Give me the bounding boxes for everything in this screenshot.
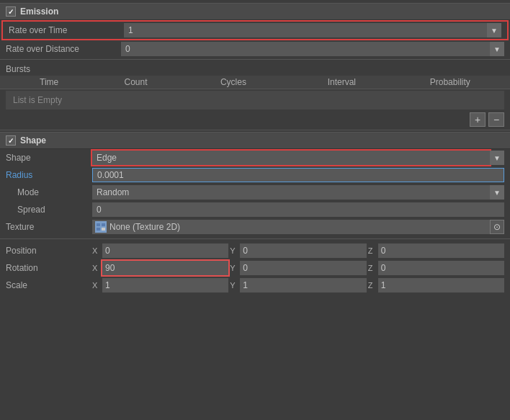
rate-over-time-label: Rate over Time [9,25,124,35]
dropdown-arrow-icon2: ▼ [493,45,501,53]
rate-over-distance-dropdown-arrow[interactable]: ▼ [490,42,504,56]
dropdown-arrow-icon: ▼ [491,27,498,35]
rotation-x-letter: X [92,264,101,272]
emission-header[interactable]: ✓ Emission [0,3,510,20]
rate-over-time-dropdown-arrow[interactable]: ▼ [487,23,501,37]
shape-check-icon: ✓ [8,137,14,145]
svg-rect-1 [97,223,100,226]
shape-checkbox[interactable]: ✓ [6,135,16,146]
texture-row: Texture None (Texture 2D) ⊙ [0,218,510,236]
bursts-col-interval: Interval [287,77,395,87]
position-label: Position [6,246,92,256]
bursts-remove-button[interactable]: − [488,112,504,127]
mode-dropdown-wrapper: ▼ [92,185,504,200]
bursts-buttons: + − [0,111,510,128]
rotation-y-input[interactable] [240,261,366,275]
bursts-empty-list: List is Empty [6,91,504,110]
radius-label: Radius [6,170,92,180]
bursts-col-probability: Probability [396,77,504,87]
rate-over-distance-row: Rate over Distance ▼ [0,40,510,58]
rate-over-distance-label: Rate over Distance [6,44,121,54]
position-x-letter: X [92,246,101,255]
svg-rect-4 [102,228,105,231]
position-y-letter: Y [230,246,238,255]
bursts-label: Bursts [0,61,510,76]
rate-over-time-slider[interactable] [153,23,487,37]
shape-label: Shape [6,153,92,163]
target-icon-symbol: ⊙ [493,222,501,232]
scale-y-letter: Y [230,281,238,290]
scale-x-input[interactable] [102,278,228,292]
scale-row: Scale X Y Z [0,277,510,294]
mode-label: Mode [6,187,92,197]
shape-input[interactable] [92,151,490,165]
position-xyz-group: X Y Z [92,243,504,258]
radius-row: Radius [0,166,510,184]
shape-header[interactable]: ✓ Shape [0,132,510,149]
rotation-row: Rotation X Y Z [0,259,510,277]
scale-label: Scale [6,280,92,290]
rate-over-time-row: Rate over Time ▼ [3,22,507,39]
particle-system-panel: ✓ Emission Rate over Time ▼ Rate over Di… [0,0,510,297]
rotation-label: Rotation [6,263,92,273]
scale-z-input[interactable] [378,278,504,292]
scale-xyz-group: X Y Z [92,278,504,292]
rate-over-distance-slider[interactable] [150,42,490,56]
shape-title: Shape [20,135,46,146]
position-z-input[interactable] [378,243,504,258]
divider3 [0,238,510,239]
bursts-col-count: Count [92,77,179,87]
mode-input[interactable] [92,185,490,200]
mode-arrow-icon: ▼ [493,189,501,197]
svg-rect-3 [97,228,100,231]
texture-value-wrapper: None (Texture 2D) [92,220,490,234]
radius-input[interactable] [92,168,504,182]
bursts-col-cycles: Cycles [179,77,287,87]
bursts-table-header: Time Count Cycles Interval Probability [0,76,510,89]
mode-row: Mode ▼ [0,184,510,201]
spread-label: Spread [6,205,92,215]
bursts-col-time: Time [6,77,92,87]
shape-dropdown-arrow[interactable]: ▼ [490,151,504,165]
position-x-input[interactable] [102,243,228,258]
shape-row: Shape ▼ [0,149,510,166]
texture-icon [95,221,107,233]
texture-label: Texture [6,222,92,232]
rotation-z-input[interactable] [378,261,504,275]
shape-arrow-icon: ▼ [493,154,501,162]
rate-over-distance-input[interactable] [121,42,150,56]
texture-name-text: None (Texture 2D) [109,222,487,232]
mode-dropdown-arrow[interactable]: ▼ [490,185,504,200]
scale-y-input[interactable] [240,278,366,292]
scale-x-letter: X [92,281,101,290]
rotation-x-input[interactable] [102,261,228,275]
divider2 [0,130,510,130]
position-row: Position X Y Z [0,242,510,259]
emission-title: Emission [20,6,58,17]
texture-target-button[interactable]: ⊙ [490,220,504,234]
shape-dropdown-wrapper: ▼ [92,151,504,165]
position-y-input[interactable] [240,243,366,258]
svg-rect-2 [102,223,105,226]
spread-input[interactable] [92,202,504,217]
rotation-y-letter: Y [230,264,238,272]
emission-check-icon: ✓ [8,8,14,16]
position-z-letter: Z [368,246,377,255]
divider1 [0,59,510,60]
rotation-z-letter: Z [368,264,377,272]
rotation-xyz-group: X Y Z [92,261,504,275]
rate-over-time-input[interactable] [124,23,153,37]
scale-z-letter: Z [368,281,377,290]
bursts-add-button[interactable]: + [470,112,486,127]
emission-checkbox[interactable]: ✓ [6,6,16,17]
spread-row: Spread [0,201,510,218]
